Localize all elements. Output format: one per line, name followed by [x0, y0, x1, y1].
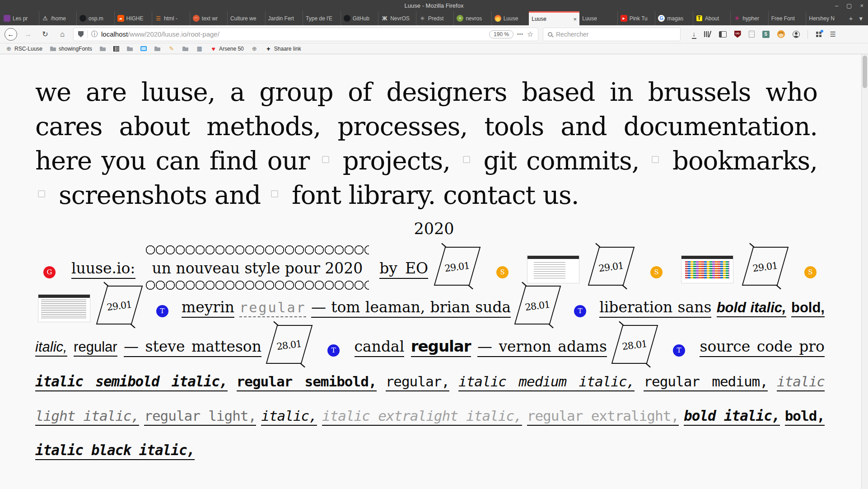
checkbox-font-library-[interactable] [271, 190, 278, 197]
font-name-link[interactable]: candal [355, 338, 405, 357]
menu-icon[interactable]: ☰ [830, 30, 836, 38]
tab-free-font[interactable]: Free Font [768, 11, 806, 25]
tab--home[interactable]: ⚠/home [39, 11, 77, 25]
checkbox-screenshots[interactable] [38, 190, 45, 197]
home-button[interactable]: ⌂ [56, 28, 69, 41]
post-title-link[interactable]: un nouveau style pour 2020 [149, 251, 365, 286]
tab-highe[interactable]: ☁HIGHE [114, 11, 152, 25]
font-style-link[interactable]: italic, [261, 408, 317, 426]
screenshot-thumbnail[interactable] [681, 255, 733, 283]
account-icon[interactable] [793, 31, 800, 38]
heading-link-git-commits-[interactable]: git commits, [484, 146, 639, 175]
maximize-icon[interactable]: ▢ [846, 3, 852, 9]
bookmark-star-icon[interactable]: ☆ [527, 30, 533, 38]
tab-culture-we[interactable]: Culture we [227, 11, 265, 25]
tab-close-icon[interactable]: × [574, 16, 577, 23]
tracking-protection-shield-icon[interactable] [78, 31, 84, 38]
bookmark-rsc-luuse[interactable]: ⊕RSC-Luuse [5, 45, 42, 52]
tab-luuse[interactable]: Luuse [491, 11, 529, 25]
font-style-link[interactable]: regular medium, [644, 373, 768, 391]
tab-jardin-fert[interactable]: Jardin Fert [265, 11, 303, 25]
tab-hershey-n[interactable]: Hershey N [806, 11, 844, 25]
url-bar[interactable]: ⓘ localhost/www/2020/luuse.io/root-page/… [73, 28, 538, 41]
tab-predst[interactable]: ✳Predst [416, 11, 454, 25]
bookmark-barcode[interactable] [113, 46, 119, 52]
font-style-link[interactable]: bold italic, [717, 300, 786, 317]
checkbox-git-commits-[interactable] [463, 156, 470, 163]
bookmark-folder[interactable] [99, 45, 106, 52]
library-icon[interactable] [704, 31, 711, 38]
heading-link-bookmarks-[interactable]: bookmarks, [672, 146, 817, 175]
ublock-origin-icon[interactable]: UO [734, 31, 741, 38]
font-style-link[interactable]: regular [239, 300, 306, 317]
tab-github[interactable]: GitHub [341, 11, 378, 25]
back-button[interactable]: ← [5, 28, 17, 41]
font-name-link[interactable]: meyrin [182, 298, 234, 318]
window-close-icon[interactable]: × [860, 3, 863, 9]
font-name-link[interactable]: source code pro [700, 338, 825, 357]
font-authors-link[interactable]: — tom leaman, brian suda [311, 298, 511, 318]
tab-html-[interactable]: ☰html - [152, 11, 190, 25]
tab-text-wr[interactable]: ◠text wr [190, 11, 228, 25]
shaarli-extension-icon[interactable]: S [762, 31, 770, 38]
post-source-link[interactable]: luuse.io: [71, 259, 135, 279]
checkbox-projects-[interactable] [322, 156, 329, 163]
font-authors-link[interactable]: — vernon adams [477, 338, 607, 357]
bookmark-tv[interactable] [140, 46, 147, 51]
font-style-link[interactable]: italic semibold italic, [35, 373, 228, 391]
bookmark-building[interactable]: ▦ [196, 45, 203, 52]
minimize-icon[interactable]: – [835, 3, 838, 9]
zoom-level-indicator[interactable]: 190 % [489, 30, 513, 38]
tab-magas[interactable]: Gmagas [655, 11, 693, 25]
tab-nevros[interactable]: ЖNevrOS [378, 11, 416, 25]
tab-luuse[interactable]: Luuse [579, 11, 617, 25]
font-style-link[interactable]: regular extralight, [527, 408, 679, 426]
font-style-link[interactable]: italic, [35, 339, 67, 357]
font-authors-link[interactable]: — steve matteson [124, 338, 261, 357]
scrollbar[interactable] [861, 54, 868, 489]
post-byline-link[interactable]: by EO [379, 259, 428, 279]
bookmark-folder[interactable] [154, 45, 161, 52]
list-all-tabs-icon[interactable]: ▾ [859, 14, 863, 23]
tab-hypher[interactable]: ✳hypher [730, 11, 768, 25]
font-style-link[interactable]: bold, [785, 408, 825, 426]
bookmark-pencil[interactable]: ✎ [168, 45, 175, 52]
font-style-link[interactable]: regular semibold, [237, 373, 377, 391]
font-style-link[interactable]: italic extralight italic, [322, 408, 522, 426]
tab-pink-tu[interactable]: ▶Pink Tu [617, 11, 655, 25]
tab-about[interactable]: TAbout [693, 11, 731, 25]
font-style-link[interactable]: regular light, [144, 408, 256, 426]
heading-link-font-library-[interactable]: font library. [292, 180, 435, 210]
tab-les-pr[interactable]: Les pr [1, 11, 39, 25]
bookmark-showingfonts[interactable]: showingFonts [50, 45, 92, 52]
screenshot-thumbnail[interactable] [527, 255, 579, 283]
bookmark-arsene-50[interactable]: ♥Arsene 50 [210, 45, 244, 52]
tampermonkey-icon[interactable] [777, 30, 785, 38]
search-input[interactable] [556, 31, 676, 38]
tab-nevros[interactable]: ≡nevros [453, 11, 491, 25]
font-style-link[interactable]: italic black italic, [35, 442, 195, 460]
font-style-link[interactable]: regular [74, 339, 117, 357]
heading-link-screenshots[interactable]: screenshots [59, 180, 207, 210]
bookmark-folder[interactable] [126, 45, 133, 52]
extensions-grid-icon[interactable] [816, 31, 822, 38]
bookmark-folder[interactable] [182, 45, 189, 52]
screenshot-thumbnail[interactable] [38, 294, 90, 322]
bookmark-globe[interactable]: ⊕ [251, 45, 258, 52]
tab-luuse[interactable]: Luuse× [529, 11, 579, 25]
font-name-link[interactable]: liberation sans [599, 298, 711, 318]
site-info-icon[interactable]: ⓘ [91, 30, 98, 38]
font-style-link[interactable]: regular, [386, 373, 449, 391]
heading-link-projects-[interactable]: projects, [343, 146, 450, 175]
page-actions-icon[interactable]: ••• [517, 32, 523, 37]
tab-type-de-l-e[interactable]: Type de l'E [303, 11, 341, 25]
new-tab-button[interactable]: + [849, 14, 853, 22]
tab-osp-m[interactable]: osp.m [76, 11, 114, 25]
search-bar[interactable] [543, 28, 681, 41]
downloads-icon[interactable]: ↓ [692, 30, 696, 38]
font-style-link[interactable]: bold italic, [684, 408, 780, 426]
sidebar-icon[interactable] [719, 31, 727, 38]
checkbox-bookmarks-[interactable] [652, 156, 659, 163]
forward-button[interactable]: → [22, 28, 34, 41]
font-style-link[interactable]: bold, [791, 300, 825, 317]
